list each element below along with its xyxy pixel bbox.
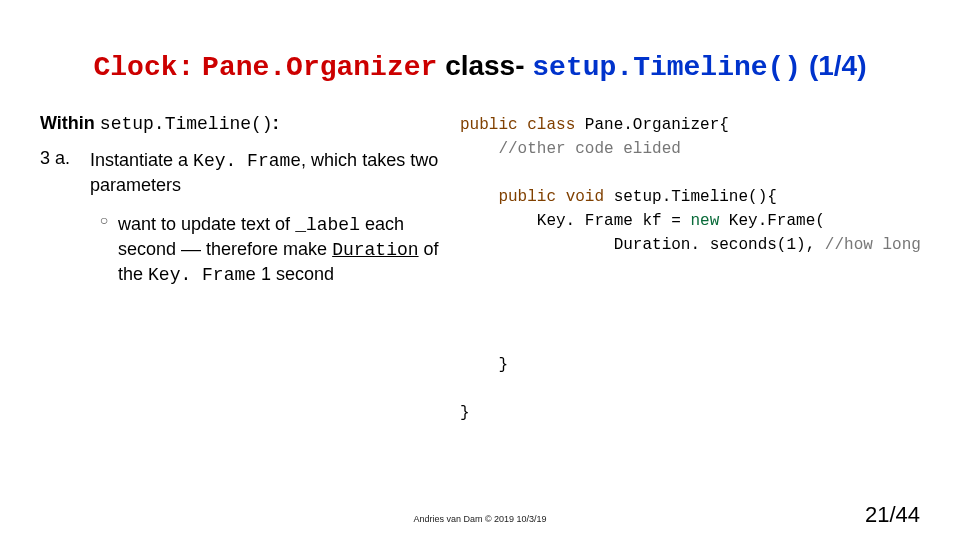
substep-text: want to update text of _label each secon… bbox=[118, 212, 440, 288]
circle-bullet-icon: ○ bbox=[90, 212, 118, 228]
code-method: setup.Timeline(){ bbox=[604, 188, 777, 206]
title-pager: (1/4) bbox=[809, 50, 867, 81]
sub-p1: want to update text of bbox=[118, 214, 295, 234]
title-method: setup.Timeline() bbox=[532, 52, 801, 83]
sub-c1: _label bbox=[295, 215, 360, 235]
within-line: Within setup.Timeline(): bbox=[40, 113, 440, 134]
kw-void: void bbox=[566, 188, 604, 206]
slide-title: Clock: Pane.Organizer class- setup.Timel… bbox=[40, 50, 920, 83]
code-comment-howlong: //how long bbox=[825, 236, 921, 254]
step-code: Key. Frame bbox=[193, 151, 301, 171]
kw-public-1: public bbox=[460, 116, 518, 134]
title-clock: Clock: bbox=[93, 52, 194, 83]
code-brace-close-1: } bbox=[460, 356, 508, 374]
sub-p4: 1 second bbox=[256, 264, 334, 284]
code-kf-decl: Key. Frame kf = bbox=[460, 212, 690, 230]
code-comment-elided: //other code elided bbox=[460, 140, 681, 158]
slide: Clock: Pane.Organizer class- setup.Timel… bbox=[0, 0, 960, 540]
kw-new: new bbox=[690, 212, 719, 230]
within-code: setup.Timeline() bbox=[100, 114, 273, 134]
code-block: public class Pane.Organizer{ //other cod… bbox=[460, 113, 921, 425]
code-brace-close-2: } bbox=[460, 404, 470, 422]
step-text-a: Instantiate a bbox=[90, 150, 193, 170]
footer-credit: Andries van Dam © 2019 10/3/19 bbox=[413, 514, 546, 524]
within-prefix: Within bbox=[40, 113, 100, 133]
footer-page: 21/44 bbox=[865, 502, 920, 528]
code-classname: Pane.Organizer{ bbox=[575, 116, 729, 134]
sub-c3: Key. Frame bbox=[148, 265, 256, 285]
title-word-class: class- bbox=[445, 50, 524, 81]
body: Within setup.Timeline(): 3 a. Instantiat… bbox=[40, 113, 920, 425]
sub-c2: Duration bbox=[332, 240, 418, 260]
title-class: Pane.Organizer bbox=[202, 52, 437, 83]
step-3a: 3 a. Instantiate a Key. Frame, which tak… bbox=[40, 148, 440, 198]
left-column: Within setup.Timeline(): 3 a. Instantiat… bbox=[40, 113, 440, 287]
within-suffix: : bbox=[273, 113, 279, 133]
kw-public-2: public bbox=[498, 188, 556, 206]
substep: ○ want to update text of _label each sec… bbox=[90, 212, 440, 288]
step-text: Instantiate a Key. Frame, which takes tw… bbox=[90, 148, 440, 198]
kw-class: class bbox=[527, 116, 575, 134]
step-number: 3 a. bbox=[40, 148, 90, 169]
code-duration: Duration. seconds(1), bbox=[460, 236, 825, 254]
